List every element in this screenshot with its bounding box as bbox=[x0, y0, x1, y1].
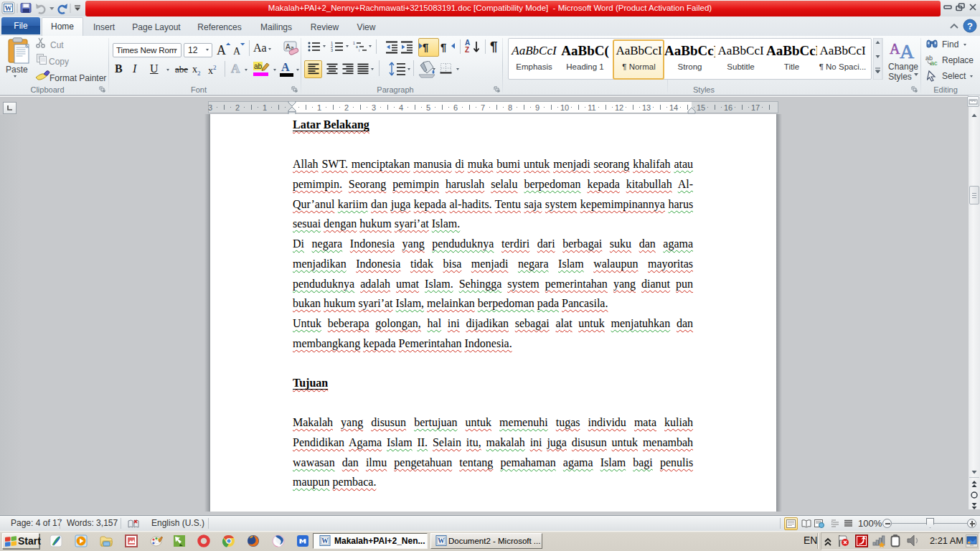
svg-text:i: i bbox=[359, 48, 359, 52]
svg-text:ac: ac bbox=[930, 60, 938, 66]
svg-text:A: A bbox=[900, 40, 915, 60]
svg-text:?: ? bbox=[967, 21, 973, 32]
svg-text:A: A bbox=[233, 46, 241, 57]
svg-text:A: A bbox=[217, 43, 226, 57]
svg-text:W: W bbox=[321, 537, 329, 545]
svg-text:A: A bbox=[890, 41, 900, 57]
svg-text:A: A bbox=[286, 43, 291, 51]
svg-text:a: a bbox=[356, 44, 358, 49]
svg-text:ab: ab bbox=[254, 62, 263, 70]
svg-text:1: 1 bbox=[353, 41, 355, 45]
svg-text:W: W bbox=[5, 4, 12, 12]
svg-text:W: W bbox=[438, 537, 445, 545]
svg-text:3: 3 bbox=[331, 48, 333, 52]
